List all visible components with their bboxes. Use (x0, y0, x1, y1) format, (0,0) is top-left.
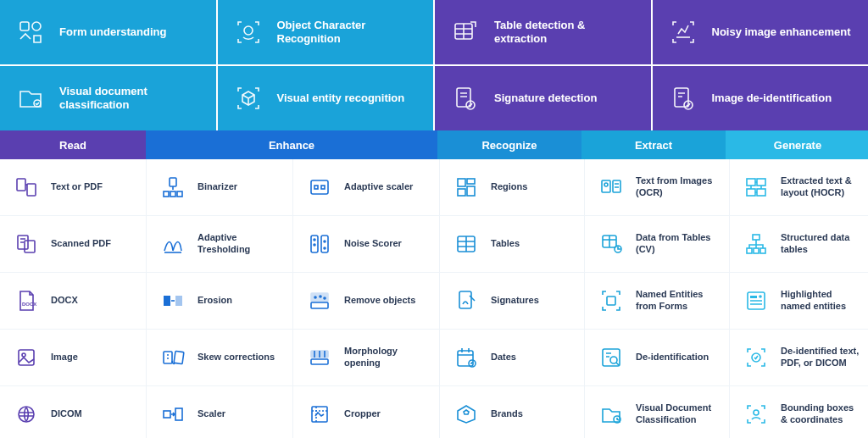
list-item: DICOM (0, 386, 146, 438)
cat-recognize: Recognize (437, 130, 581, 159)
svg-rect-28 (757, 189, 765, 196)
item-label: Noise Scorer (344, 238, 427, 250)
list-item: Morphology opening (293, 330, 439, 385)
svg-rect-45 (164, 296, 170, 306)
svg-rect-17 (321, 186, 325, 189)
svg-point-35 (324, 241, 326, 242)
item-label: DICOM (51, 408, 134, 420)
feature-label: Image de-identification (712, 91, 832, 105)
item-label: Highlighted named entities (781, 289, 862, 313)
structured-icon (742, 230, 771, 258)
list-item: Scaler (147, 386, 292, 438)
entity-icon (235, 85, 262, 112)
classify-icon (17, 85, 44, 112)
adaptive-scaler-icon (305, 173, 334, 202)
svg-rect-21 (458, 189, 465, 196)
svg-rect-26 (757, 179, 765, 186)
svg-rect-11 (170, 178, 176, 186)
item-label: Scanned PDF (51, 238, 134, 250)
svg-rect-12 (164, 191, 169, 197)
skew-icon (159, 343, 187, 372)
list-item: Adaptive Tresholding (147, 216, 292, 272)
list-item: Regions (440, 159, 584, 215)
svg-point-56 (760, 296, 761, 297)
list-item: Data from Tables (CV) (585, 216, 729, 272)
item-label: Erosion (198, 295, 281, 307)
signature-icon (452, 85, 479, 112)
item-label: DOCX (51, 295, 134, 307)
svg-rect-52 (459, 291, 471, 308)
list-item: Tables (440, 216, 584, 272)
signatures-icon (452, 286, 481, 315)
form-icon (17, 19, 44, 46)
cat-generate: Generate (726, 130, 868, 159)
svg-rect-20 (467, 186, 475, 196)
svg-rect-0 (20, 22, 29, 30)
list-item: Signatures (440, 273, 584, 329)
svg-point-33 (314, 239, 315, 241)
svg-point-2 (244, 26, 253, 35)
cat-extract: Extract (581, 130, 726, 159)
list-item: Scanned PDF (0, 216, 146, 272)
feature-label: Visual document classification (59, 85, 199, 111)
svg-rect-25 (747, 179, 755, 186)
svg-rect-7 (675, 88, 688, 107)
svg-rect-55 (750, 296, 757, 298)
morphology-icon (305, 343, 334, 372)
item-label: Remove objects (344, 295, 427, 307)
enhance-icon (670, 19, 697, 46)
item-label: Bounding boxes & coordinates (781, 402, 862, 426)
list-item: Text or PDF (0, 159, 146, 215)
item-label: Cropper (344, 408, 427, 420)
ocr-icon (597, 173, 626, 202)
svg-rect-14 (177, 191, 182, 197)
ner-icon (597, 286, 626, 315)
dicom-icon (12, 400, 41, 429)
item-label: Extracted text & layout (HOCR) (781, 175, 862, 199)
noise-scorer-icon (305, 230, 334, 258)
feature-label: Signature detection (494, 91, 597, 105)
item-label: Dates (491, 352, 572, 363)
list-item: Dates (440, 330, 584, 385)
vdc-icon (597, 400, 626, 429)
item-label: Text from Images (OCR) (636, 175, 717, 199)
deid-icon (597, 343, 626, 372)
feature-label: Noisy image enhancement (712, 25, 851, 39)
feature-form-understanding: Form understanding (0, 0, 216, 64)
list-item: Visual Document Classification (585, 386, 729, 438)
cat-read: Read (0, 130, 146, 159)
list-item: Text from Images (OCR) (585, 159, 729, 215)
item-label: Text or PDF (51, 181, 134, 193)
list-item: Erosion (147, 273, 292, 329)
svg-rect-69 (164, 411, 170, 418)
svg-rect-42 (754, 248, 759, 253)
list-item: Structured data tables (730, 216, 868, 272)
svg-rect-15 (311, 180, 328, 194)
svg-rect-46 (175, 296, 182, 306)
svg-rect-30 (25, 241, 35, 252)
binarizer-icon (159, 173, 187, 202)
item-label: Tables (491, 238, 572, 250)
scaler-icon (159, 400, 187, 429)
feature-visual-doc-classification: Visual document classification (0, 66, 216, 130)
svg-rect-53 (607, 297, 615, 305)
erosion-icon (159, 286, 187, 315)
svg-point-73 (754, 410, 759, 415)
svg-rect-27 (747, 189, 755, 196)
hocr-icon (742, 173, 771, 202)
deid-output-icon (742, 343, 771, 372)
svg-rect-40 (753, 235, 760, 240)
svg-rect-43 (760, 248, 765, 253)
svg-point-1 (32, 22, 41, 30)
item-label: Binarizer (198, 181, 281, 193)
brands-icon (452, 400, 481, 429)
feature-image-deid: Image de-identification (653, 66, 869, 130)
feature-label: Object Character Recognition (277, 19, 417, 45)
item-label: Structured data tables (781, 232, 862, 256)
list-item: De-identification (585, 330, 729, 385)
cv-table-icon (597, 230, 626, 258)
adaptive-threshold-icon (159, 230, 187, 258)
svg-rect-70 (175, 408, 182, 420)
item-label: Adaptive Tresholding (198, 232, 281, 256)
svg-rect-19 (467, 179, 475, 184)
